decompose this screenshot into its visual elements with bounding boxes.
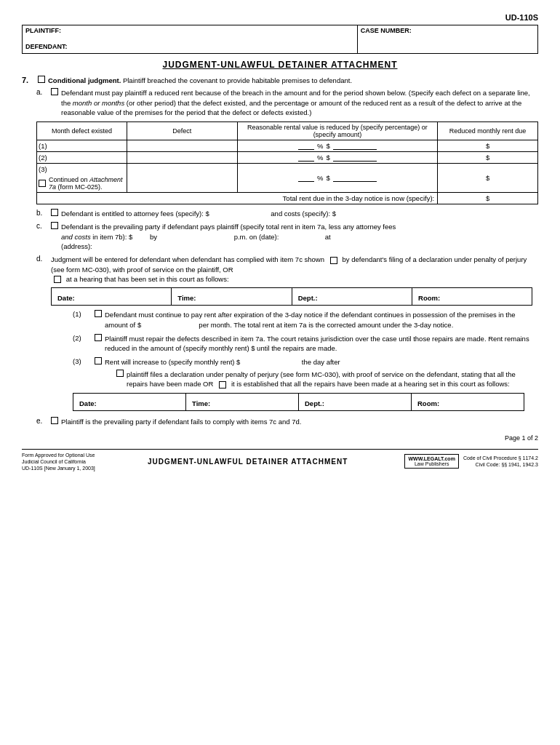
defect-table: Month defect existed Defect Reasonable r… xyxy=(36,121,538,204)
room-cell-2: Room: xyxy=(412,394,524,411)
page: UD-110S PLAINTIFF: DEFENDANT: CASE NUMBE… xyxy=(0,0,560,745)
continued-checkbox[interactable] xyxy=(39,180,46,187)
date-table-d: Date: Time: Dept.: Room: xyxy=(51,287,532,306)
row1-reduce: % $ xyxy=(237,140,438,152)
col-month-header: Month defect existed xyxy=(37,122,127,140)
row2-line xyxy=(298,154,314,162)
item-d-content: Judgment will be entered for defendant w… xyxy=(51,255,538,284)
item-c: c. Defendant is the prevailing party if … xyxy=(36,222,538,251)
header-table: PLAINTIFF: DEFENDANT: CASE NUMBER: xyxy=(22,25,538,54)
page-number: Page 1 of 2 xyxy=(22,434,538,442)
footer-logo: WWW.LEGALT.com Law Publishers xyxy=(404,454,458,469)
item-c-label: c. xyxy=(36,222,48,230)
sub3-or-checkbox[interactable] xyxy=(219,381,226,389)
item-b-content: Defendant is entitled to attorney fees (… xyxy=(61,209,538,218)
row2-defect xyxy=(127,152,238,164)
row1-line xyxy=(298,143,314,150)
item-d: d. Judgment will be entered for defendan… xyxy=(36,255,538,284)
sub3-checkbox[interactable] xyxy=(95,357,102,364)
total-row: Total rent due in the 3-day notice is no… xyxy=(37,193,538,204)
sub-item-2: (2) Plaintiff must repair the defects de… xyxy=(73,334,538,354)
item-e-checkbox[interactable] xyxy=(51,417,58,424)
row2-num: (2) xyxy=(37,152,127,164)
item-a-checkbox[interactable] xyxy=(51,88,58,95)
date-cell-2: Date: xyxy=(73,394,186,411)
num-sub-items: (1) Defendant must continue to pay rent … xyxy=(73,310,538,389)
table-row: (1) % $ $ xyxy=(37,140,538,152)
alpha-items: a. Defendant must pay plaintiff a reduce… xyxy=(36,88,538,426)
footer-right: Code of Civil Procedure § 1174.2 Civil C… xyxy=(463,455,538,468)
defendant-label: DEFENDANT: xyxy=(25,43,354,50)
row1-defect xyxy=(127,140,238,152)
row1-dollar-line xyxy=(333,143,377,150)
table-row: (2) % $ $ xyxy=(37,152,538,164)
item-7-row: 7. Conditional judgment. Plaintiff breac… xyxy=(22,76,538,85)
row3-num: (3) Continued on Attachment 7a (form MC-… xyxy=(37,164,127,193)
item-b-label: b. xyxy=(36,209,48,217)
item-d-checkbox1[interactable] xyxy=(330,257,337,264)
item-e: e. Plaintiff is the prevailing party if … xyxy=(36,417,538,426)
table-row: (3) Continued on Attachment 7a (form MC-… xyxy=(37,164,538,193)
time-cell-2: Time: xyxy=(186,394,299,411)
col-reduced-header: Reduced monthly rent due xyxy=(438,122,538,140)
footer: Form Approved for Optional Use Judicial … xyxy=(22,449,538,471)
plaintiff-label: PLAINTIFF: xyxy=(25,27,354,34)
row2-reduce: % $ xyxy=(237,152,438,164)
item-7-checkbox[interactable] xyxy=(38,76,45,83)
item-7-text: Conditional judgment. Plaintiff breached… xyxy=(48,76,538,85)
sub3-inner-checkbox[interactable] xyxy=(116,370,124,377)
item-c-content: Defendant is the prevailing party if def… xyxy=(61,222,538,251)
total-label: Total rent due in the 3-day notice is no… xyxy=(283,194,435,202)
row3-reduce: % $ xyxy=(237,164,438,193)
row1-num: (1) xyxy=(37,140,127,152)
time-cell-d: Time: xyxy=(172,288,292,306)
sub-item-3: (3) Rent will increase to (specify month… xyxy=(73,357,538,389)
section-7: 7. Conditional judgment. Plaintiff breac… xyxy=(22,76,538,427)
form-number: UD-110S xyxy=(22,13,538,22)
case-number-label: CASE NUMBER: xyxy=(361,27,535,34)
sub1-checkbox[interactable] xyxy=(95,310,102,317)
row2-dollar-line xyxy=(333,154,377,162)
sub1-text: Defendant must continue to pay rent afte… xyxy=(105,310,538,330)
item-e-text: Plaintiff is the prevailing party if def… xyxy=(61,417,538,426)
sub-item-1: (1) Defendant must continue to pay rent … xyxy=(73,310,538,330)
item-c-checkbox[interactable] xyxy=(51,222,58,229)
item-7-number: 7. xyxy=(22,76,35,84)
item-e-label: e. xyxy=(36,417,48,425)
form-title: JUDGMENT-UNLAWFUL DETAINER ATTACHMENT xyxy=(22,60,538,70)
row2-rent: $ xyxy=(438,152,538,164)
row3-dollar-line xyxy=(333,175,377,182)
footer-left: Form Approved for Optional Use Judicial … xyxy=(22,452,95,471)
dept-cell-2: Dept.: xyxy=(299,394,412,411)
room-cell-d: Room: xyxy=(412,288,532,306)
col-defect-header: Defect xyxy=(127,122,238,140)
item-d-checkbox2[interactable] xyxy=(54,276,61,283)
item-a-text: Defendant must pay plaintiff a reduced r… xyxy=(61,88,538,117)
sub3-text: Rent will increase to (specify monthly r… xyxy=(105,357,538,389)
sub2-text: Plaintiff must repair the defects descri… xyxy=(105,334,538,354)
item-a-label: a. xyxy=(36,88,48,96)
item-b: b. Defendant is entitled to attorney fee… xyxy=(36,209,538,218)
row3-rent: $ xyxy=(438,164,538,193)
row1-rent: $ xyxy=(438,140,538,152)
date-table-2: Date: Time: Dept.: Room: xyxy=(73,393,524,411)
continued-text: Continued on Attachment 7a (form MC-025)… xyxy=(49,176,124,191)
total-dollar: $ xyxy=(438,193,538,204)
date-cell-d: Date: xyxy=(52,288,172,306)
col-reduce-header: Reasonable rental value is reduced by (s… xyxy=(237,122,438,140)
item-d-label: d. xyxy=(36,255,48,263)
row3-line xyxy=(298,175,314,182)
sub2-checkbox[interactable] xyxy=(95,334,102,341)
item-b-checkbox[interactable] xyxy=(51,209,58,216)
dept-cell-d: Dept.: xyxy=(292,288,412,306)
footer-center: JUDGMENT-UNLAWFUL DETAINER ATTACHMENT xyxy=(95,458,401,466)
row3-defect xyxy=(127,164,238,193)
item-a: a. Defendant must pay plaintiff a reduce… xyxy=(36,88,538,117)
